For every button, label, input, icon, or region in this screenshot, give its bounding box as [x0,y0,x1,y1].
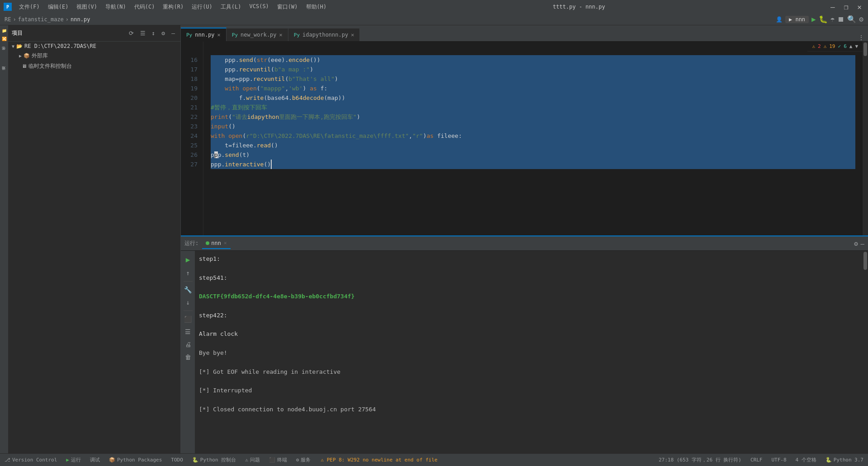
run-wrench-icon[interactable]: 🔧 [182,284,193,295]
line-numbers: 16 17 18 19 20 21 22 23 24 25 26 27 [181,42,203,235]
close-button[interactable]: ✕ [854,2,864,12]
menu-vcs[interactable]: VCS(S) [246,2,273,12]
maximize-button[interactable]: ❐ [841,2,851,12]
code-line-24: with open(r"D:\CTF\2022.7DAS\RE\fatansti… [211,131,855,141]
run-down-icon[interactable]: ↓ [184,297,191,308]
run-stop-icon[interactable]: ⬛ [182,314,193,325]
status-bar: ⎇ Version Control ▶ 运行 调试 📦 Python Packa… [0,453,868,466]
tree-external-icon: 📦 [24,53,30,59]
issues-label: 问题 [250,457,260,463]
tab-nnn-py[interactable]: Py nnn.py ✕ [181,28,226,41]
menu-window[interactable]: 窗口(W) [274,2,302,12]
stop-button[interactable]: ⏹ [837,15,844,24]
code-line-23: input() [211,122,855,131]
issues-item[interactable]: ⚠ 问题 [241,454,264,466]
python-version-item[interactable]: 🐍 Python 3.7 [821,454,868,466]
run-tab-nnn[interactable]: nnn ✕ [202,238,230,249]
tab-idapythonnn-close[interactable]: ✕ [351,32,354,38]
encoding-item[interactable]: UTF-8 [767,454,791,466]
version-control-item[interactable]: ⎇ Version Control [0,454,61,466]
sidebar-sync-icon[interactable]: ⟳ [127,29,136,38]
terminal-output[interactable]: step1: step541: DASCTF{9fdb652d-dfc4-4e8… [181,251,868,466]
panel-minimize-icon[interactable]: — [861,240,864,247]
run-button[interactable]: ▶ [811,15,816,24]
python-console-label: Python 控制台 [200,457,236,463]
tree-item-external[interactable]: ▶ 📦 外部库 [8,51,180,61]
sidebar-sort-icon[interactable]: ↕ [150,29,157,38]
tab-nnn-close[interactable]: ✕ [217,32,221,38]
menu-help[interactable]: 帮助(H) [302,2,330,12]
tab-more-icon[interactable]: ⋮ [858,34,864,41]
code-line-19: with open("mappp",'wb') as f: [211,84,855,93]
sidebar-bookmarks-label: 书签 [2,52,7,53]
tab-new-work-close[interactable]: ✕ [279,32,283,38]
minimize-button[interactable]: — [828,2,838,12]
tab-idapythonnn[interactable]: Py idapythonnn.py ✕ [288,28,360,41]
warning-triangle2-icon: ⚠ [824,43,827,49]
sidebar-settings-icon[interactable]: ⚙ [160,29,167,38]
sidebar-folder-icon[interactable]: 📁 [2,27,7,34]
run-status-item[interactable]: ▶ 运行 [61,454,85,466]
menu-tools[interactable]: 工具(L) [217,2,245,12]
code-area[interactable]: ppp.send(str(eee).encode()) ppp.recvunti… [203,42,863,235]
bottom-warning-text: ⚠ PEP 8: W292 no newline at end of file [321,457,437,463]
menu-refactor[interactable]: 重构(R) [159,2,187,12]
run-list-icon[interactable]: ☰ [183,326,193,337]
menu-code[interactable]: 代码(C) [131,2,159,12]
editor-scrollbar[interactable] [863,42,868,235]
run-print-icon[interactable]: 🖨 [183,339,193,350]
sidebar-minimize-icon[interactable]: — [170,29,177,38]
menu-view[interactable]: 视图(V) [73,2,101,12]
run-up-icon[interactable]: ↑ [184,268,191,278]
debug-status-item[interactable]: 调试 [85,454,104,466]
menu-run[interactable]: 运行(U) [188,2,216,12]
run-status-label: 运行 [71,457,81,463]
breadcrumb-sep1: › [13,16,16,23]
menu-nav[interactable]: 导航(N) [102,2,130,12]
tab-bar: Py nnn.py ✕ Py new_work.py ✕ Py idapytho… [181,25,868,42]
line-ending-item[interactable]: CRLF [746,454,767,466]
breadcrumb-maze[interactable]: fatanstic_maze [18,16,64,23]
sidebar-vcs-icon[interactable]: 🔀 [2,35,7,42]
indent-item[interactable]: 4 个空格 [791,454,821,466]
run-trash-icon[interactable]: 🗑 [183,352,193,362]
python-console-item[interactable]: 🐍 Python 控制台 [188,454,241,466]
debug-button[interactable]: 🐛 [819,15,828,24]
nnn-py-icon: Py [186,32,192,38]
menu-edit[interactable]: 编辑(E) [44,2,72,12]
breadcrumb-bar: RE › fatanstic_maze › nnn.py 👤 ▶ nnn ▶ 🐛… [0,14,868,25]
warning-count: 19 [829,43,835,49]
services-item[interactable]: ⚙ 服务 [292,454,316,466]
tree-item-re[interactable]: ▼ 📂 RE D:\CTF\2022.7DAS\RE [8,42,180,51]
coverage-button[interactable]: ☂ [830,15,835,24]
panel-settings-icon[interactable]: ⚙ [854,240,858,247]
expand-icon[interactable]: ▲ [849,43,853,49]
python-packages-item[interactable]: 📦 Python Packages [104,454,166,466]
terminal-scrollbar[interactable] [863,251,868,466]
tree-re-label: RE D:\CTF\2022.7DAS\RE [24,43,96,49]
debug-status-label: 调试 [90,457,100,463]
tree-item-temp[interactable]: 🖥 临时文件和控制台 [8,61,180,71]
version-control-label: Version Control [12,457,57,463]
todo-item[interactable]: TODO [166,454,188,466]
tab-new-work[interactable]: Py new_work.py ✕ [226,28,288,41]
terminal-label: 终端 [277,457,287,463]
breadcrumb-re[interactable]: RE [5,16,11,23]
console-icon: 🐍 [192,457,198,463]
menu-file[interactable]: 文件(F) [15,2,43,12]
settings-button[interactable]: ⚙ [859,15,863,24]
cursor-position-item[interactable]: 27:18 (653 字符，26 行 换行符) [654,454,746,466]
breadcrumb-file[interactable]: nnn.py [71,16,90,23]
line-num-16: 16 [181,55,203,65]
terminal-item[interactable]: ⬛ 终端 [264,454,292,466]
chevron-down-icon[interactable]: ▼ [855,43,858,49]
search-button[interactable]: 🔍 [847,15,856,24]
menu-bar: 文件(F) 编辑(E) 视图(V) 导航(N) 代码(C) 重构(R) 运行(U… [15,2,330,12]
line-num-25: 25 [181,141,203,150]
sidebar-list-icon[interactable]: ☰ [138,29,147,38]
code-line-27: ppp.interactive() [211,160,855,169]
status-left-items: ⎇ Version Control ▶ 运行 调试 📦 Python Packa… [0,454,438,466]
tab-nnn-label: nnn.py [195,32,214,38]
run-tab-nnn-close[interactable]: ✕ [224,240,227,246]
run-play-icon[interactable]: ▶ [184,254,192,266]
